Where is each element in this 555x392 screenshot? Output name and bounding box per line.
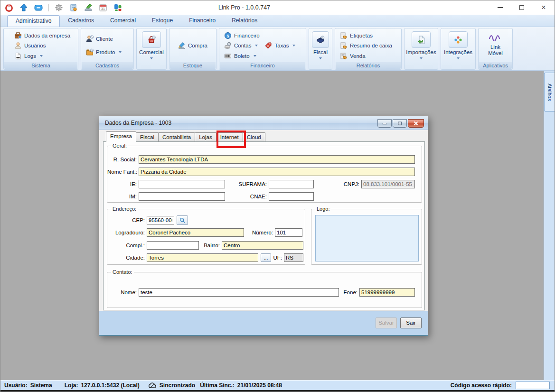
shortcuts-panel: Atalhos <box>544 71 555 380</box>
tab-fiscal[interactable]: Fiscal <box>136 132 159 142</box>
dados-da-empresa-label: Dados da empresa <box>24 33 70 38</box>
svg-text:$: $ <box>226 33 229 38</box>
venda-label: Venda <box>350 53 366 59</box>
ribbon-group-sistema: Dados da empresa Usuários Logs Sistema <box>3 28 78 70</box>
dados-da-empresa-button[interactable]: Dados da empresa <box>5 31 77 40</box>
chevron-down-icon <box>255 45 258 47</box>
chevron-down-icon <box>457 57 460 59</box>
codigo-acesso-input[interactable] <box>516 382 550 389</box>
cloud-sync-icon <box>148 383 157 389</box>
user-icon <box>14 42 22 49</box>
workspace: Atalhos Dados da Empresa - 1003 Empresa … <box>0 71 555 380</box>
search-icon <box>179 217 186 224</box>
compl-input[interactable] <box>147 241 199 250</box>
produto-button[interactable]: Produto <box>82 48 132 56</box>
ribbon-group-financeiro: $ Financeiro $ Contas % Taxas <box>219 28 306 70</box>
fone-input[interactable] <box>359 288 415 297</box>
tab-empresa[interactable]: Empresa <box>106 131 136 142</box>
fone-label: Fone: <box>340 289 357 295</box>
close-button[interactable]: × <box>533 0 555 15</box>
bairro-input[interactable] <box>222 241 303 250</box>
tab-contabilista[interactable]: Contabilista <box>158 132 195 142</box>
chevron-down-icon <box>420 57 423 59</box>
close-icon: × <box>541 4 546 11</box>
nome-fant-label: Nome Fant.: <box>107 169 137 175</box>
ribbon-tab-cadastros[interactable]: Cadastros <box>60 15 102 27</box>
boleto-label: Boleto <box>234 53 250 59</box>
cidade-input[interactable] <box>147 253 258 262</box>
resumo-de-caixa-button[interactable]: Resumo de caixa <box>336 41 400 50</box>
tab-lojas[interactable]: Lojas <box>195 132 216 142</box>
logradouro-input[interactable] <box>147 228 244 237</box>
minimize-button[interactable] <box>489 0 511 15</box>
im-label: IM: <box>107 194 137 199</box>
compra-label: Compra <box>188 43 207 48</box>
ribbon-group-fiscal: Fiscal <box>309 28 332 70</box>
svg-text:%: % <box>267 45 269 47</box>
compra-button[interactable]: Compra <box>176 41 209 50</box>
ribbon: Dados da empresa Usuários Logs Sistema <box>0 27 555 71</box>
dialog-restore-button[interactable] <box>393 119 407 128</box>
etiquetas-button[interactable]: Etiquetas <box>336 31 400 40</box>
integracoes-button[interactable]: Integrações <box>442 29 474 68</box>
uf-input[interactable] <box>284 253 303 262</box>
basket-icon <box>142 31 161 48</box>
atalhos-tab[interactable]: Atalhos <box>544 73 555 112</box>
taxas-button[interactable]: % Taxas <box>264 41 295 50</box>
importacoes-button[interactable]: Importações <box>405 29 437 68</box>
logo-caption: Logo: <box>315 206 331 212</box>
ribbon-tab-administrativo[interactable]: Administrativo <box>7 15 60 27</box>
report-icon <box>340 52 348 60</box>
title-bar: 31 Link Pro - 1.0.0.747 × <box>0 0 555 15</box>
dialog-title-bar[interactable]: Dados da Empresa - 1003 <box>99 116 428 130</box>
group-caption-relatorios: Relatórios <box>336 62 401 69</box>
salvar-button[interactable]: Salvar <box>376 317 397 328</box>
contas-button[interactable]: $ Contas <box>224 41 258 50</box>
suframa-label: SUFRAMA: <box>235 181 267 187</box>
maximize-button[interactable] <box>511 0 533 15</box>
link-movel-button[interactable]: Link Móvel <box>480 29 511 62</box>
im-input[interactable] <box>139 192 225 201</box>
ribbon-tab-comercial[interactable]: Comercial <box>102 15 144 27</box>
dados-da-empresa-dialog: Dados da Empresa - 1003 Empresa Fiscal C… <box>99 116 428 336</box>
usuarios-button[interactable]: Usuários <box>5 41 77 50</box>
cliente-button[interactable]: Cliente <box>82 35 132 43</box>
numero-input[interactable] <box>275 228 302 237</box>
ie-input[interactable] <box>139 180 225 188</box>
ribbon-group-comercial: Comercial <box>136 28 167 70</box>
report-icon <box>340 32 348 39</box>
cep-search-button[interactable] <box>177 215 188 225</box>
nome-fant-input[interactable] <box>139 168 415 176</box>
tag-icon: % <box>264 42 272 49</box>
atalhos-label: Atalhos <box>547 84 553 101</box>
cidade-browse-button[interactable]: ... <box>261 253 271 262</box>
ribbon-tab-estoque[interactable]: Estoque <box>144 15 181 27</box>
venda-button[interactable]: Venda <box>336 52 400 60</box>
ribbon-tab-financeiro[interactable]: Financeiro <box>181 15 224 27</box>
chevron-down-icon <box>292 45 295 47</box>
suframa-input[interactable] <box>269 180 314 188</box>
r-social-input[interactable] <box>139 155 415 164</box>
cnpj-input[interactable] <box>361 180 415 188</box>
cnae-input[interactable] <box>269 192 314 201</box>
app-window: 31 Link Pro - 1.0.0.747 × Administrativo… <box>0 0 555 392</box>
financeiro-button[interactable]: $ Financeiro <box>220 31 305 40</box>
fiscal-button[interactable]: Fiscal <box>310 29 331 68</box>
sair-button[interactable]: Sair <box>400 317 422 328</box>
boleto-button[interactable]: Boleto <box>220 52 305 60</box>
group-caption-estoque: Estoque <box>170 62 216 69</box>
logs-button[interactable]: Logs <box>5 52 77 60</box>
cep-input[interactable] <box>147 216 174 224</box>
taxas-label: Taxas <box>274 43 289 48</box>
tab-page-empresa: Geral: R. Social: Nome Fant.: IE: SUFRAM… <box>103 141 425 310</box>
ribbon-tab-relatorios[interactable]: Relatórios <box>224 15 265 27</box>
comercial-button[interactable]: Comercial <box>138 29 165 68</box>
contato-nome-input[interactable] <box>139 288 339 297</box>
dialog-minimize-button[interactable] <box>377 119 392 128</box>
window-title: Link Pro - 1.0.0.747 <box>0 0 488 15</box>
link-movel-icon <box>489 33 503 43</box>
dialog-close-button[interactable] <box>408 119 424 128</box>
financeiro-label: Financeiro <box>234 33 260 38</box>
loja-value: 127.0.0.1:5432 (Local) <box>81 382 139 389</box>
ribbon-group-integracoes: Integrações <box>441 28 476 70</box>
